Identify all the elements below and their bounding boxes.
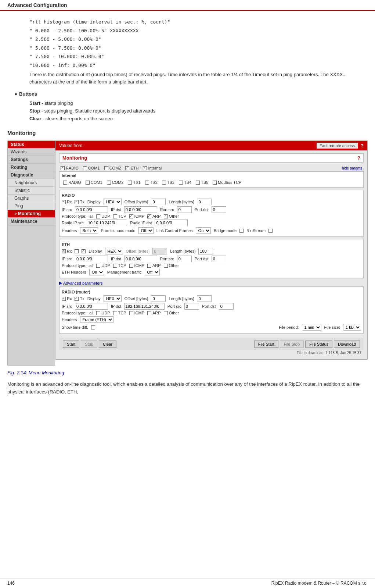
- eth-tcp-cb[interactable]: [113, 264, 117, 268]
- int-ts1-cb[interactable]: [128, 181, 132, 185]
- start-button[interactable]: Start: [63, 341, 79, 348]
- sidebar-item-ping[interactable]: Ping: [8, 202, 55, 210]
- radio-rx-cb[interactable]: [62, 200, 66, 204]
- sidebar-item-status[interactable]: Status: [8, 141, 55, 148]
- stop-button[interactable]: Stop: [81, 341, 97, 348]
- int-com2-cb[interactable]: [107, 181, 111, 185]
- rr-portsrc-input[interactable]: [184, 303, 199, 310]
- sidebar-item-diagnostic[interactable]: Diagnostic: [8, 171, 55, 179]
- int-ts4-cb[interactable]: [179, 181, 183, 185]
- com2-checkbox[interactable]: [104, 166, 108, 170]
- file-stop-button[interactable]: File Stop: [280, 341, 304, 348]
- rr-ipsrc-input[interactable]: [75, 303, 108, 310]
- radio-promisc-select[interactable]: Off: [138, 227, 154, 234]
- com1-checkbox[interactable]: [83, 166, 87, 170]
- rr-tcp-cb[interactable]: [113, 311, 117, 315]
- iface-com2: COM2: [104, 166, 121, 170]
- rr-headers-select[interactable]: Frame (ETH): [80, 316, 113, 323]
- eth-portsrc-input[interactable]: [177, 256, 192, 262]
- sidebar-item-statistic[interactable]: Statistic: [8, 187, 55, 195]
- eth-udp-cb[interactable]: [96, 264, 100, 268]
- right-btn-group: File Start File Stop File Status Downloa…: [254, 341, 360, 348]
- rr-udp-cb[interactable]: [96, 311, 100, 315]
- sidebar-item-settings[interactable]: Settings: [8, 156, 55, 164]
- radio-headers-select[interactable]: Both: [80, 227, 98, 234]
- rr-timediff-cb[interactable]: [91, 325, 95, 329]
- int-com1-cb[interactable]: [86, 181, 90, 185]
- radio-tx-cb[interactable]: [75, 200, 79, 204]
- int-radio-cb[interactable]: [63, 181, 67, 185]
- fast-remote-btn[interactable]: Fast remote access: [317, 143, 358, 149]
- rr-arp-cb[interactable]: [147, 311, 151, 315]
- sidebar-item-monitoring[interactable]: » Monitoring: [8, 210, 55, 218]
- radio-ipdst-input[interactable]: [124, 206, 157, 213]
- advanced-params-link[interactable]: ▶ Advanced parameters: [59, 281, 364, 285]
- eth-length-input[interactable]: [198, 248, 213, 254]
- rr-other-cb[interactable]: [164, 311, 168, 315]
- radio-portsrc-input[interactable]: [177, 206, 192, 213]
- radio-checkbox[interactable]: [61, 166, 65, 170]
- rr-portdst-input[interactable]: [219, 303, 234, 310]
- rr-display-select[interactable]: HEX: [104, 295, 122, 302]
- question-mark-icon[interactable]: ?: [361, 143, 364, 149]
- int-modbus-cb[interactable]: [213, 181, 217, 185]
- rr-offset-input[interactable]: [151, 295, 166, 302]
- radio-ipsrc-input[interactable]: [75, 206, 108, 213]
- eth-ipdst-label: IP dst: [111, 257, 121, 261]
- rr-ipdst-input[interactable]: [124, 303, 165, 310]
- eth-other-cb[interactable]: [164, 264, 168, 268]
- radio-portdst-input[interactable]: [212, 206, 226, 213]
- radio-rxstream-cb[interactable]: [268, 229, 273, 233]
- rr-length-input[interactable]: [197, 295, 212, 302]
- values-bar: Values from: Fast remote access ?: [55, 141, 367, 150]
- download-button[interactable]: Download: [334, 341, 360, 348]
- int-ts2-cb[interactable]: [145, 181, 149, 185]
- eth-tx-cb[interactable]: [75, 249, 79, 253]
- radio-radioipdst-input[interactable]: [155, 220, 188, 226]
- radio-udp-cb[interactable]: [96, 214, 100, 218]
- eth-ipdst-input[interactable]: [124, 256, 157, 262]
- radio-radioipsrc-input[interactable]: [87, 220, 127, 226]
- radio-tcp-cb[interactable]: [113, 214, 117, 218]
- hide-params-link[interactable]: hide params: [342, 166, 362, 170]
- eth-headers-select[interactable]: On: [89, 269, 104, 275]
- file-start-button[interactable]: File Start: [254, 341, 278, 348]
- eth-mgmt-select[interactable]: Off: [145, 269, 160, 275]
- eth-checkbox[interactable]: [125, 166, 129, 170]
- radio-linkctrl-select[interactable]: On: [196, 227, 211, 234]
- eth-rx-cb[interactable]: [62, 249, 66, 253]
- rr-rx-cb[interactable]: [62, 297, 66, 301]
- radio-radioipsrc-label: Radio IP src: [62, 221, 84, 225]
- internal-checkbox[interactable]: [143, 166, 147, 170]
- file-status-button[interactable]: File Status: [305, 341, 332, 348]
- radio-arp-cb[interactable]: [147, 214, 151, 218]
- sidebar-item-neighbours[interactable]: Neighbours: [8, 179, 55, 187]
- radio-other-cb[interactable]: [164, 214, 168, 218]
- eth-portdst-input[interactable]: [212, 256, 226, 262]
- radio-offset-input[interactable]: [151, 199, 166, 205]
- rr-fileperiod-select[interactable]: 1 min: [302, 324, 321, 331]
- int-ts3-cb[interactable]: [162, 181, 166, 185]
- clear-button[interactable]: Clear: [99, 341, 116, 348]
- sidebar-item-maintenance[interactable]: Maintenance: [8, 218, 55, 225]
- int-ts5-cb[interactable]: [196, 181, 200, 185]
- rr-tx-cb[interactable]: [75, 297, 79, 301]
- eth-icmp-cb[interactable]: [129, 264, 133, 268]
- rr-icmp-cb[interactable]: [129, 311, 133, 315]
- radio-proto-arp: ARP: [147, 214, 161, 218]
- sidebar-item-graphs[interactable]: Graphs: [8, 195, 55, 202]
- radio-icmp-cb[interactable]: [129, 214, 133, 218]
- radio-display-select[interactable]: HEX: [104, 199, 122, 205]
- rr-proto-other: Other: [164, 311, 179, 315]
- eth-ipsrc-input[interactable]: [75, 256, 108, 262]
- sidebar-item-wizards[interactable]: Wizards: [8, 148, 55, 156]
- monitoring-help-icon[interactable]: ?: [357, 155, 360, 161]
- sidebar-item-routing[interactable]: Routing: [8, 164, 55, 171]
- eth-arp-cb[interactable]: [147, 264, 151, 268]
- eth-tx2-cb[interactable]: [82, 249, 86, 253]
- radio-bridge-cb[interactable]: [239, 229, 244, 233]
- rr-arp-label: ARP: [152, 311, 161, 315]
- eth-display-select[interactable]: HEX: [105, 248, 123, 254]
- rr-filesize-select[interactable]: 1 kB: [343, 324, 361, 331]
- radio-length-input[interactable]: [197, 199, 212, 205]
